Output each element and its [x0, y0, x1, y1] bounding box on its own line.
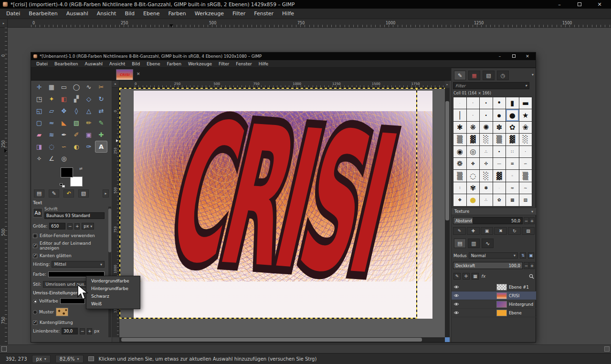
- brush-swatch-1[interactable]: ·: [453, 97, 466, 109]
- tool-measure[interactable]: ∠: [46, 153, 57, 164]
- menu-datei[interactable]: Datei: [2, 9, 24, 19]
- brush-swatch-46[interactable]: ◦: [493, 182, 506, 194]
- tool-options-tab[interactable]: ▤: [34, 189, 44, 198]
- refresh-brushes[interactable]: ↻: [508, 227, 521, 235]
- brush-swatch-23[interactable]: ▓: [506, 134, 519, 145]
- layers-tab[interactable]: ▤: [454, 239, 466, 248]
- outer-horizontal-ruler[interactable]: 0250500750100012501500: [8, 19, 611, 28]
- visibility-eye-icon[interactable]: [453, 311, 459, 315]
- context-item-wei[interactable]: Weiß: [86, 300, 140, 308]
- brush-swatch-20[interactable]: ▓: [467, 134, 480, 145]
- visibility-eye-icon[interactable]: [453, 285, 459, 289]
- new-brush[interactable]: ✚: [467, 227, 480, 235]
- open-brush-as-image[interactable]: ▨: [522, 227, 535, 235]
- brush-swatch-34[interactable]: —: [493, 158, 506, 169]
- tool-foreground-select[interactable]: ◳: [33, 94, 45, 104]
- visibility-eye-icon[interactable]: [453, 293, 459, 298]
- tool-bucket-fill[interactable]: ◣: [58, 117, 70, 128]
- patterns-tab[interactable]: ▦: [468, 71, 480, 80]
- undo-history-tab[interactable]: ↶: [63, 189, 74, 198]
- tool-select-by-color[interactable]: ◧: [58, 94, 70, 104]
- tool-rectangle-select[interactable]: ▭: [58, 82, 70, 93]
- brush-swatch-3[interactable]: •: [480, 97, 493, 109]
- brush-swatch-36[interactable]: ∽: [519, 158, 532, 169]
- brush-swatch-27[interactable]: ∴: [480, 146, 493, 157]
- maximize-button[interactable]: [571, 0, 588, 9]
- brush-swatch-39[interactable]: ░: [480, 170, 493, 181]
- brushes-tab[interactable]: ✎: [454, 71, 466, 80]
- brush-swatch-33[interactable]: ✣: [480, 158, 493, 169]
- tool-color-picker[interactable]: ✧: [33, 153, 45, 164]
- tool-shear[interactable]: ▱: [46, 105, 57, 116]
- brush-swatch-54[interactable]: ▨: [519, 194, 532, 206]
- menu-farben[interactable]: Farben: [164, 9, 190, 19]
- brush-swatch-9[interactable]: •: [480, 109, 493, 121]
- brush-swatch-17[interactable]: ✿: [506, 122, 519, 133]
- menu-bearbeiten[interactable]: Bearbeiten: [24, 9, 62, 19]
- brush-swatch-22[interactable]: ▒: [493, 134, 506, 145]
- brush-swatch-47[interactable]: ≈: [506, 182, 519, 194]
- lock-pixels-icon[interactable]: ✎: [453, 273, 461, 280]
- quick-mask-toggle[interactable]: [1, 346, 7, 352]
- channels-tab[interactable]: ▥: [468, 239, 480, 248]
- brush-swatch-5[interactable]: ▮: [506, 97, 519, 109]
- brush-swatch-4[interactable]: •: [493, 97, 506, 109]
- brush-swatch-25[interactable]: ◉: [453, 146, 466, 157]
- checkbox-editor-fenster-verwenden[interactable]: [33, 234, 37, 238]
- context-item-hintergrundfarbe[interactable]: Hintergrundfarbe: [86, 285, 140, 292]
- tool-mypaint-brush[interactable]: ✐: [71, 129, 82, 140]
- layer-row-ebene-1[interactable]: Ebene #1: [452, 283, 536, 291]
- tool-move[interactable]: ✛: [33, 82, 45, 93]
- brush-swatch-7[interactable]: │: [453, 109, 466, 121]
- tool-handle-transform[interactable]: ✥: [58, 105, 70, 116]
- gradients-tab[interactable]: ▧: [483, 71, 495, 80]
- menu-auswahl[interactable]: Auswahl: [62, 9, 93, 19]
- brush-swatch-6[interactable]: ▬: [519, 97, 532, 109]
- inner-canvas-area[interactable]: CRISI CRISI: [119, 88, 445, 337]
- tool-ink[interactable]: ✒: [58, 129, 70, 140]
- brush-swatch-43[interactable]: ∶: [453, 182, 466, 194]
- zoom-dropdown[interactable]: 82,6% ▾: [55, 355, 84, 363]
- layer-row-ebene[interactable]: Ebene: [452, 309, 536, 317]
- brush-swatch-50[interactable]: ●: [467, 194, 480, 206]
- tool-blur-sharpen[interactable]: ◌: [46, 141, 57, 152]
- duplicate-brush[interactable]: ▣: [481, 227, 494, 235]
- close-button[interactable]: ✕: [591, 0, 608, 9]
- brush-swatch-44[interactable]: ✾: [467, 182, 480, 194]
- menu-filter[interactable]: Filter: [228, 9, 250, 19]
- images-tab[interactable]: ▧: [78, 189, 89, 198]
- brush-swatch-40[interactable]: ▓: [493, 170, 506, 181]
- brush-swatch-11[interactable]: ●: [506, 109, 519, 121]
- brush-swatch-26[interactable]: ◎: [467, 146, 480, 157]
- brush-swatch-32[interactable]: ✤: [467, 158, 480, 169]
- tool-scissors-select[interactable]: ✂: [95, 82, 107, 93]
- brush-swatch-41[interactable]: ◦: [506, 170, 519, 181]
- tool-warp-transform[interactable]: ≈: [46, 117, 57, 128]
- brush-swatch-30[interactable]: ·: [519, 146, 532, 157]
- menu-ansicht[interactable]: Ansicht: [93, 9, 121, 19]
- edit-brush[interactable]: ✎: [453, 227, 466, 235]
- tool-pencil[interactable]: ✏: [83, 117, 95, 128]
- visibility-eye-icon[interactable]: [453, 302, 459, 306]
- device-status-tab[interactable]: ✎: [49, 189, 59, 198]
- delete-brush[interactable]: ✖: [494, 227, 507, 235]
- brush-swatch-51[interactable]: ∴: [480, 194, 493, 206]
- tool-ellipse-select[interactable]: ◯: [71, 82, 82, 93]
- tool-perspective-clone[interactable]: ◨: [33, 141, 45, 152]
- brush-swatch-24[interactable]: ░: [519, 134, 532, 145]
- brush-swatch-15[interactable]: ✺: [480, 122, 493, 133]
- tool-clone[interactable]: ▣: [83, 129, 95, 140]
- brush-swatch-38[interactable]: ◌: [467, 170, 480, 181]
- context-item-vordergrundfarbe[interactable]: Vordergrundfarbe: [86, 277, 140, 285]
- menu-werkzeuge[interactable]: Werkzeuge: [190, 9, 228, 19]
- checkbox-kanten-gl-tten[interactable]: ✓: [33, 254, 37, 258]
- tool-paintbrush[interactable]: ✎: [95, 117, 107, 128]
- menu-fenster[interactable]: Fenster: [250, 9, 278, 19]
- brush-swatch-53[interactable]: ▦: [506, 194, 519, 206]
- brush-swatch-13[interactable]: ✱: [453, 122, 466, 133]
- brush-swatch-37[interactable]: ▒: [453, 170, 466, 181]
- tool-unified-transform[interactable]: ◇: [83, 94, 95, 104]
- tool-heal[interactable]: ✚: [95, 129, 107, 140]
- tool-alignment[interactable]: ▦: [46, 82, 57, 93]
- brush-swatch-21[interactable]: ░: [480, 134, 493, 145]
